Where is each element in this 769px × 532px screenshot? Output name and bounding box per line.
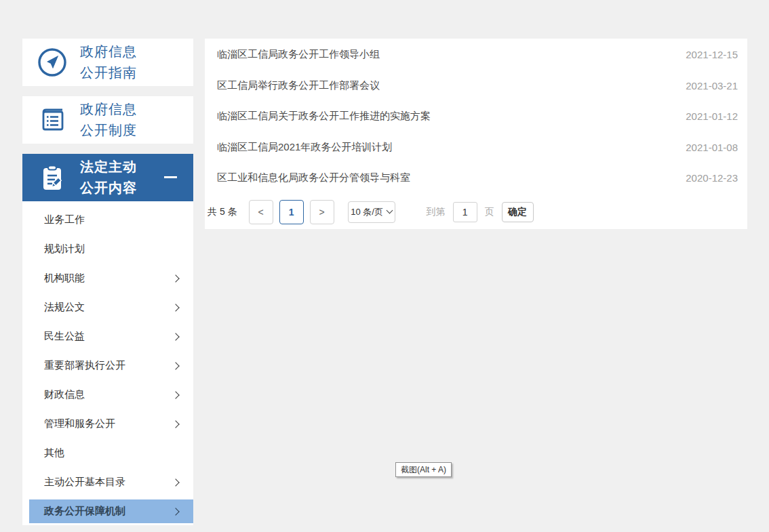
article-row: 区工业和信息化局政务公开分管领导与科室2020-12-23 bbox=[205, 163, 747, 194]
sidebar-item[interactable]: 业务工作 bbox=[22, 205, 193, 234]
sidebar-item[interactable]: 民生公益 bbox=[22, 322, 193, 351]
article-row: 临淄区工信局关于政务公开工作推进的实施方案2021-01-12 bbox=[205, 101, 747, 132]
article-title-link[interactable]: 区工业和信息化局政务公开分管领导与科室 bbox=[217, 171, 672, 184]
notebook-icon bbox=[36, 104, 68, 136]
sidebar-panel-statutory-active[interactable]: 法定主动 公开内容 bbox=[22, 154, 193, 201]
sidebar-item[interactable]: 主动公开基本目录 bbox=[22, 468, 193, 497]
pagination-bar: 共 5 条 < 1 > 10 条/页 到第 页 确定 bbox=[205, 200, 747, 224]
article-title-link[interactable]: 临淄区工信局2021年政务公开培训计划 bbox=[217, 141, 672, 154]
article-row: 区工信局举行政务公开工作部署会议2021-03-21 bbox=[205, 70, 747, 102]
prev-page-button[interactable]: < bbox=[249, 200, 273, 224]
sidebar-item-label: 主动公开基本目录 bbox=[44, 476, 125, 489]
sidebar-item-label: 其他 bbox=[44, 447, 64, 459]
clipboard-pen-icon bbox=[36, 161, 68, 194]
sidebar-item[interactable]: 规划计划 bbox=[22, 234, 193, 264]
next-page-button[interactable]: > bbox=[310, 200, 334, 224]
goto-prefix-label: 到第 bbox=[427, 206, 446, 218]
sidebar-item-label: 法规公文 bbox=[44, 301, 85, 314]
article-title-link[interactable]: 临淄区工信局关于政务公开工作推进的实施方案 bbox=[217, 110, 672, 123]
article-date: 2021-03-21 bbox=[686, 80, 738, 91]
article-title-link[interactable]: 区工信局举行政务公开工作部署会议 bbox=[217, 79, 672, 92]
article-date: 2021-01-12 bbox=[686, 110, 738, 122]
sidebar-panel-label: 政府信息 公开指南 bbox=[80, 41, 137, 83]
sidebar-item-label: 财政信息 bbox=[44, 388, 85, 401]
screenshot-tooltip-label: 截图(Alt + A) bbox=[401, 464, 446, 476]
goto-page-group: 到第 页 bbox=[427, 202, 494, 222]
sidebar-item-label: 管理和服务公开 bbox=[44, 417, 115, 430]
sidebar-panel-guide[interactable]: 政府信息 公开指南 bbox=[22, 39, 193, 86]
sidebar-item[interactable]: 政务公开保障机制 bbox=[29, 499, 193, 523]
chevron-right-icon bbox=[172, 478, 179, 486]
chevron-right-icon bbox=[172, 508, 179, 515]
panel-label-line1: 法定主动 bbox=[80, 157, 137, 178]
main-content: 临淄区工信局政务公开工作领导小组2021-12-15区工信局举行政务公开工作部署… bbox=[205, 39, 747, 229]
screenshot-tooltip: 截图(Alt + A) bbox=[395, 462, 452, 477]
sidebar-item[interactable]: 重要部署执行公开 bbox=[22, 351, 193, 380]
sidebar-panel-label: 法定主动 公开内容 bbox=[80, 157, 137, 199]
chevron-right-icon bbox=[172, 420, 179, 428]
chevron-right-icon bbox=[172, 391, 179, 398]
sidebar-menu: 业务工作规划计划机构职能法规公文民生公益重要部署执行公开财政信息管理和服务公开其… bbox=[22, 201, 193, 525]
page-size-select[interactable]: 10 条/页 bbox=[348, 201, 395, 223]
sidebar-item[interactable]: 机构职能 bbox=[22, 264, 193, 293]
article-row: 临淄区工信局2021年政务公开培训计划2021-01-08 bbox=[205, 132, 747, 163]
pagination-total: 共 5 条 bbox=[208, 206, 237, 218]
sidebar-item-label: 规划计划 bbox=[44, 243, 85, 255]
chevron-right-icon bbox=[172, 362, 179, 369]
chevron-down-icon bbox=[386, 207, 393, 214]
page: { "page": { "background_color": "#f0f0f0… bbox=[0, 0, 769, 532]
chevron-right-icon bbox=[172, 333, 179, 340]
goto-suffix-label: 页 bbox=[485, 206, 494, 218]
page-size-label: 10 条/页 bbox=[351, 206, 383, 218]
article-list: 临淄区工信局政务公开工作领导小组2021-12-15区工信局举行政务公开工作部署… bbox=[205, 39, 747, 194]
sidebar-item[interactable]: 其他 bbox=[22, 438, 193, 468]
sidebar-item-label: 政务公开保障机制 bbox=[44, 505, 125, 518]
panel-label-line1: 政府信息 bbox=[80, 99, 137, 120]
page-number-button[interactable]: 1 bbox=[279, 200, 304, 224]
confirm-button[interactable]: 确定 bbox=[502, 202, 534, 222]
sidebar-panel-label: 政府信息 公开制度 bbox=[80, 99, 137, 141]
sidebar-item-label: 民生公益 bbox=[44, 330, 85, 343]
article-row: 临淄区工信局政务公开工作领导小组2021-12-15 bbox=[205, 39, 747, 70]
panel-label-line1: 政府信息 bbox=[80, 41, 137, 62]
minus-icon[interactable] bbox=[164, 176, 177, 178]
chevron-right-icon bbox=[172, 304, 179, 311]
sidebar-item-label: 业务工作 bbox=[44, 213, 85, 226]
panel-label-line2: 公开指南 bbox=[80, 62, 137, 83]
sidebar-panel-system[interactable]: 政府信息 公开制度 bbox=[22, 96, 193, 144]
article-date: 2020-12-23 bbox=[686, 172, 738, 184]
goto-page-input[interactable] bbox=[453, 202, 477, 222]
sidebar-item-label: 机构职能 bbox=[44, 272, 85, 285]
article-title-link[interactable]: 临淄区工信局政务公开工作领导小组 bbox=[217, 48, 672, 61]
article-date: 2021-12-15 bbox=[686, 49, 738, 60]
compass-icon bbox=[36, 46, 68, 79]
sidebar-item-label: 重要部署执行公开 bbox=[44, 359, 125, 372]
sidebar-item[interactable]: 财政信息 bbox=[22, 380, 193, 409]
sidebar-item[interactable]: 管理和服务公开 bbox=[22, 409, 193, 438]
article-date: 2021-01-08 bbox=[686, 142, 738, 153]
sidebar-item[interactable]: 法规公文 bbox=[22, 293, 193, 322]
panel-label-line2: 公开内容 bbox=[80, 178, 137, 199]
panel-label-line2: 公开制度 bbox=[80, 120, 137, 141]
chevron-right-icon bbox=[172, 274, 179, 282]
